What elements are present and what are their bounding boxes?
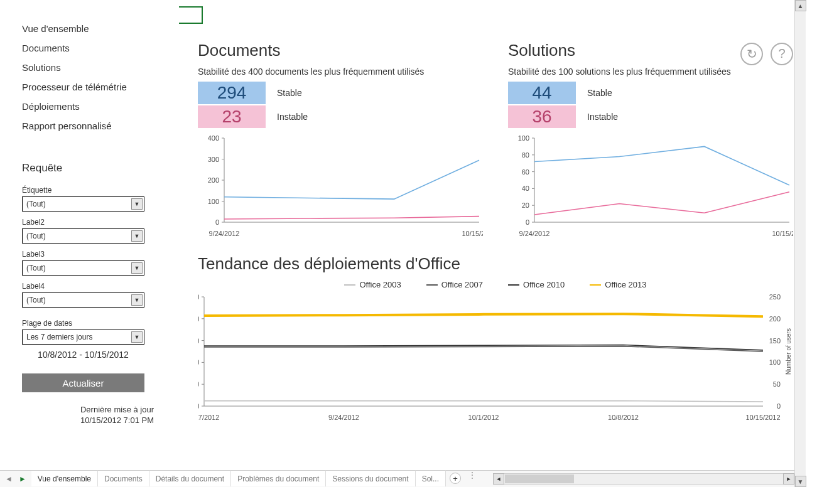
svg-text:0: 0 (526, 218, 529, 226)
svg-text:0: 0 (198, 402, 199, 410)
date-range-label: Plage de dates (22, 319, 160, 328)
svg-text:100: 100 (518, 134, 529, 142)
horizontal-scrollbar[interactable]: ◄ ► (493, 471, 794, 487)
hscroll-track[interactable] (504, 473, 783, 485)
hscroll-thumb[interactable] (505, 475, 574, 483)
svg-text:10/15/2012: 10/15/2012 (772, 230, 793, 237)
trend-title: Tendance des déploiements d'Office (198, 254, 793, 274)
last-update-value: 10/15/2012 7:01 PM (22, 416, 154, 426)
svg-text:300: 300 (208, 156, 219, 163)
svg-text:200: 200 (769, 315, 781, 323)
tab-sol[interactable]: Sol... (416, 470, 446, 486)
query-section-title: Requête (22, 162, 160, 174)
chevron-down-icon: ▼ (131, 230, 143, 242)
filter-value-1: (Tout) (26, 200, 46, 208)
tab-more-icon[interactable]: ⋮ (465, 471, 480, 487)
refresh-button[interactable]: Actualiser (22, 373, 144, 392)
solutions-panel: Solutions ↻ ? Stabilité des 100 solution… (508, 41, 793, 242)
scroll-up-icon[interactable]: ▲ (795, 0, 806, 11)
documents-title: Documents (198, 41, 483, 60)
documents-unstable-count: 23 (198, 105, 266, 128)
solutions-title: Solutions (508, 41, 575, 60)
svg-text:100: 100 (208, 198, 219, 205)
filter-dropdown-1[interactable]: (Tout) ▼ (22, 196, 144, 212)
tab-next-icon[interactable]: ► (19, 475, 26, 483)
date-range-display: 10/8/2012 - 10/15/2012 (22, 350, 144, 360)
documents-unstable-label: Instable (277, 112, 308, 122)
svg-text:0: 0 (215, 218, 219, 226)
tab-document-sessions[interactable]: Sessions du document (326, 470, 415, 486)
svg-text:250: 250 (769, 293, 781, 301)
main-content: Documents Stabilité des 400 documents le… (179, 0, 806, 487)
svg-text:10/15/2012: 10/15/2012 (462, 230, 483, 237)
trend-chart: 0501001502002509/17/20129/24/201210/1/20… (198, 292, 793, 424)
svg-text:9/24/2012: 9/24/2012 (209, 230, 240, 237)
svg-text:9/24/2012: 9/24/2012 (519, 230, 550, 237)
tab-prev-icon[interactable]: ◄ (5, 475, 13, 483)
tab-documents[interactable]: Documents (98, 470, 149, 486)
nav-item-deployments[interactable]: Déploiements (22, 97, 160, 116)
solutions-chart: 0204060801009/24/201210/15/2012 (508, 133, 793, 240)
vertical-scrollbar[interactable]: ▲ ▼ (794, 0, 806, 487)
filter-label-3: Label3 (22, 250, 160, 259)
svg-text:200: 200 (198, 315, 199, 323)
svg-text:9/24/2012: 9/24/2012 (328, 414, 359, 421)
add-sheet-button[interactable]: + (450, 473, 461, 484)
chevron-down-icon: ▼ (131, 294, 143, 306)
trend-legend: Office 2003 Office 2007 Office 2010 Offi… (198, 280, 793, 289)
help-icon[interactable]: ? (771, 43, 793, 65)
documents-stable-label: Stable (277, 88, 302, 98)
svg-text:250: 250 (198, 293, 199, 301)
documents-subtitle: Stabilité des 400 documents les plus fré… (198, 67, 483, 77)
filter-dropdown-2[interactable]: (Tout) ▼ (22, 228, 144, 244)
legend-item-2010: Office 2010 (508, 280, 565, 289)
chevron-down-icon: ▼ (131, 262, 143, 274)
svg-text:150: 150 (198, 337, 199, 345)
last-update-label: Dernière mise à jour (22, 405, 154, 416)
cell-cursor (179, 6, 203, 24)
nav-list: Vue d'ensemble Documents Solutions Proce… (22, 19, 160, 136)
tab-nav-arrows: ◄ ► (0, 471, 31, 487)
svg-text:150: 150 (769, 337, 781, 345)
filter-value-3: (Tout) (26, 264, 46, 272)
tab-overview[interactable]: Vue d'ensemble (31, 470, 98, 486)
scroll-track[interactable] (795, 11, 806, 476)
solutions-subtitle: Stabilité des 100 solutions les plus fré… (508, 67, 793, 77)
nav-item-documents[interactable]: Documents (22, 38, 160, 58)
nav-item-telemetry[interactable]: Processeur de télémétrie (22, 77, 160, 97)
nav-item-solutions[interactable]: Solutions (22, 58, 160, 77)
svg-text:Number of users: Number of users (785, 328, 792, 375)
svg-text:20: 20 (522, 201, 529, 209)
filter-dropdown-4[interactable]: (Tout) ▼ (22, 292, 144, 308)
filter-value-4: (Tout) (26, 296, 46, 304)
svg-text:50: 50 (198, 380, 199, 388)
sidebar: Vue d'ensemble Documents Solutions Proce… (0, 0, 179, 487)
svg-text:10/1/2012: 10/1/2012 (468, 414, 499, 421)
date-range-dropdown[interactable]: Les 7 derniers jours ▼ (22, 330, 144, 345)
scroll-down-icon[interactable]: ▼ (795, 476, 806, 487)
chevron-down-icon: ▼ (131, 331, 143, 343)
legend-item-2007: Office 2007 (426, 280, 483, 289)
nav-item-overview[interactable]: Vue d'ensemble (22, 19, 160, 38)
date-range-value: Les 7 derniers jours (26, 333, 92, 341)
svg-text:40: 40 (522, 185, 529, 192)
svg-text:80: 80 (522, 151, 529, 159)
tab-document-details[interactable]: Détails du document (149, 470, 231, 486)
hscroll-left-icon[interactable]: ◄ (493, 473, 504, 485)
reload-icon[interactable]: ↻ (740, 43, 763, 65)
last-update: Dernière mise à jour 10/15/2012 7:01 PM (22, 405, 154, 426)
chevron-down-icon: ▼ (131, 198, 143, 210)
filter-dropdown-3[interactable]: (Tout) ▼ (22, 260, 144, 276)
solutions-unstable-count: 36 (508, 105, 576, 128)
sheet-tabs-bar: ◄ ► Vue d'ensemble Documents Détails du … (0, 470, 794, 487)
svg-text:60: 60 (522, 168, 529, 176)
nav-item-custom-report[interactable]: Rapport personnalisé (22, 116, 160, 136)
tab-document-issues[interactable]: Problèmes du document (231, 470, 326, 486)
svg-text:200: 200 (208, 176, 219, 184)
hscroll-right-icon[interactable]: ► (783, 473, 794, 485)
svg-text:10/15/2012: 10/15/2012 (745, 414, 780, 421)
svg-text:50: 50 (773, 380, 781, 388)
svg-text:100: 100 (198, 358, 199, 366)
solutions-stable-count: 44 (508, 82, 576, 104)
trend-panel: Tendance des déploiements d'Office Offic… (198, 254, 793, 426)
